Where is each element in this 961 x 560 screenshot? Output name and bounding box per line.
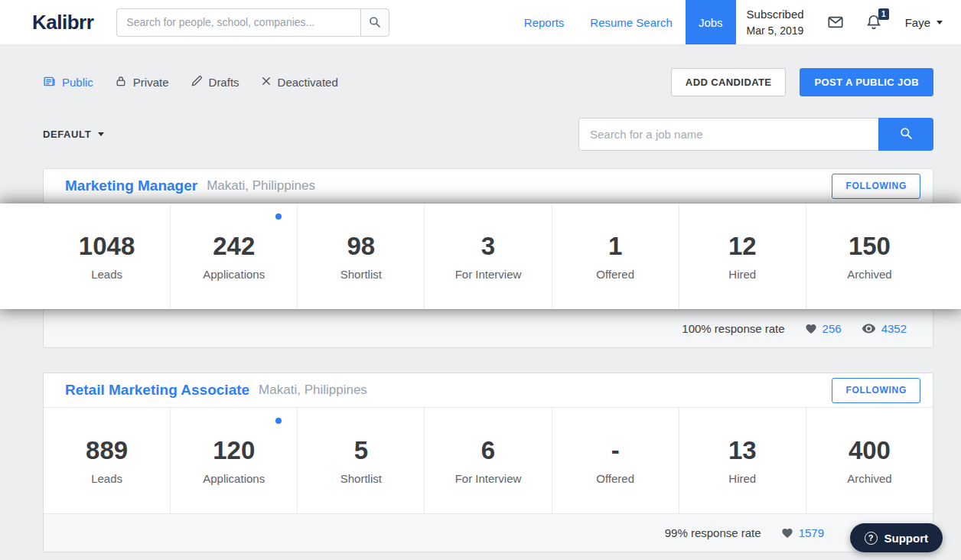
tab-deactivated[interactable]: Deactivated — [261, 76, 338, 89]
stat-value: 3 — [481, 232, 495, 261]
stat-label: For Interview — [455, 268, 522, 281]
stat-value: 889 — [86, 436, 128, 465]
response-rate: 100% response rate — [682, 322, 784, 335]
tab-private-label: Private — [133, 76, 169, 89]
global-search — [116, 8, 389, 37]
global-search-button[interactable] — [360, 8, 389, 37]
stat-label: For Interview — [455, 472, 522, 485]
likes-count[interactable]: 256 — [823, 322, 842, 335]
job-card-marketing-manager: Marketing Manager Makati, Philippines FO… — [43, 168, 933, 348]
primary-nav: Reports Resume Search Jobs — [511, 0, 736, 44]
likes-count-group[interactable]: 1579 — [781, 526, 824, 539]
following-button[interactable]: FOLLOWING — [832, 378, 920, 403]
top-navbar: Kalibrr Reports Resume Search Jobs Subsc… — [0, 0, 961, 45]
job-title-link[interactable]: Retail Marketing Associate — [65, 382, 249, 399]
stat-label: Archived — [847, 472, 891, 485]
job-card-footer: 100% response rate 256 4352 — [44, 309, 933, 347]
stat-label: Offered — [596, 472, 634, 485]
tab-public-label: Public — [62, 76, 93, 89]
stat-value: - — [611, 436, 620, 465]
kalibrr-logo[interactable]: Kalibrr — [32, 11, 93, 34]
sort-dropdown[interactable]: DEFAULT — [43, 129, 104, 140]
job-title-link[interactable]: Marketing Manager — [65, 177, 197, 194]
stat-value: 1048 — [79, 232, 135, 261]
add-candidate-button[interactable]: ADD CANDIDATE — [671, 68, 787, 96]
stat-for-interview[interactable]: 6 For Interview — [424, 408, 551, 513]
stat-for-interview[interactable]: 3 For Interview — [424, 203, 551, 309]
job-card-footer: 99% response rate 1579 — [44, 513, 933, 552]
job-search — [578, 118, 933, 151]
stat-value: 242 — [213, 232, 255, 261]
stat-shortlist[interactable]: 5 Shortlist — [297, 408, 424, 513]
new-applications-dot — [275, 418, 282, 424]
stat-hired[interactable]: 13 Hired — [679, 408, 806, 513]
chevron-down-icon — [937, 21, 943, 24]
stat-value: 6 — [481, 436, 495, 465]
stat-label: Leads — [91, 268, 122, 281]
global-search-input[interactable] — [116, 8, 360, 37]
tab-drafts[interactable]: Drafts — [191, 75, 239, 90]
job-search-input[interactable] — [578, 118, 878, 151]
job-location: Makati, Philippines — [207, 178, 315, 194]
mail-icon[interactable] — [827, 14, 844, 31]
stat-label: Offered — [596, 268, 634, 281]
user-name: Faye — [905, 16, 930, 29]
tab-private[interactable]: Private — [115, 75, 169, 90]
page-actions: ADD CANDIDATE POST A PUBLIC JOB — [671, 68, 933, 96]
stat-applications[interactable]: 242 Applications — [170, 203, 297, 309]
notifications-bell-icon[interactable]: 1 — [865, 14, 882, 31]
stat-leads[interactable]: 889 Leads — [44, 408, 170, 513]
subscription-status: Subscribed Mar 5, 2019 — [747, 6, 804, 38]
job-card-retail-marketing-associate: Retail Marketing Associate Makati, Phili… — [43, 373, 933, 552]
pencil-icon — [191, 75, 203, 90]
views-count-group[interactable]: 4352 — [862, 321, 907, 336]
stat-applications[interactable]: 120 Applications — [170, 408, 297, 513]
stat-label: Archived — [847, 268, 891, 281]
job-card-header: Marketing Manager Makati, Philippines FO… — [44, 169, 933, 203]
pipeline-spotlight-band: 1048 Leads 242 Applications 98 Shortlist… — [0, 203, 961, 309]
stat-archived[interactable]: 150 Archived — [806, 203, 933, 309]
views-count[interactable]: 4352 — [881, 322, 907, 335]
visibility-tabs: Public Private Dra — [43, 75, 338, 90]
main-content: Public Private Dra — [0, 45, 961, 552]
stat-value: 400 — [849, 436, 891, 465]
stat-value: 120 — [213, 436, 255, 465]
stat-shortlist[interactable]: 98 Shortlist — [297, 203, 424, 309]
tab-drafts-label: Drafts — [209, 76, 239, 89]
nav-resume-search[interactable]: Resume Search — [577, 0, 686, 44]
stat-label: Hired — [728, 472, 756, 485]
stat-label: Shortlist — [340, 472, 382, 485]
tabs-row: Public Private Dra — [43, 68, 933, 96]
pipeline-stats-row: 889 Leads 120 Applications 5 Shortlist 6… — [44, 408, 933, 513]
stat-hired[interactable]: 12 Hired — [679, 203, 806, 309]
newspaper-icon — [43, 75, 56, 90]
stat-label: Leads — [91, 472, 122, 485]
nav-jobs[interactable]: Jobs — [686, 0, 736, 44]
user-menu[interactable]: Faye — [905, 16, 943, 29]
x-icon — [261, 76, 272, 89]
job-search-button[interactable] — [878, 118, 933, 151]
support-button[interactable]: ? Support — [850, 523, 943, 552]
stat-value: 98 — [347, 232, 375, 261]
stat-offered[interactable]: 1 Offered — [552, 203, 679, 309]
stat-value: 150 — [849, 232, 891, 261]
eye-icon — [862, 321, 876, 336]
subscription-date: Mar 5, 2019 — [747, 23, 804, 38]
post-public-job-button[interactable]: POST A PUBLIC JOB — [800, 68, 933, 96]
lock-icon — [115, 75, 127, 90]
likes-count-group[interactable]: 256 — [805, 322, 842, 335]
heart-icon — [781, 527, 793, 539]
stat-leads[interactable]: 1048 Leads — [44, 203, 170, 309]
job-location: Makati, Philippines — [259, 383, 367, 398]
tab-public[interactable]: Public — [43, 75, 93, 90]
subscription-label: Subscribed — [747, 6, 804, 23]
likes-count[interactable]: 1579 — [799, 526, 824, 539]
stat-label: Applications — [203, 268, 265, 281]
response-rate: 99% response rate — [665, 526, 761, 539]
new-applications-dot — [275, 213, 282, 220]
notification-badge[interactable]: 1 — [878, 8, 889, 20]
stat-archived[interactable]: 400 Archived — [806, 408, 933, 513]
nav-reports[interactable]: Reports — [511, 0, 578, 44]
following-button[interactable]: FOLLOWING — [832, 174, 920, 199]
stat-offered[interactable]: - Offered — [552, 408, 679, 513]
